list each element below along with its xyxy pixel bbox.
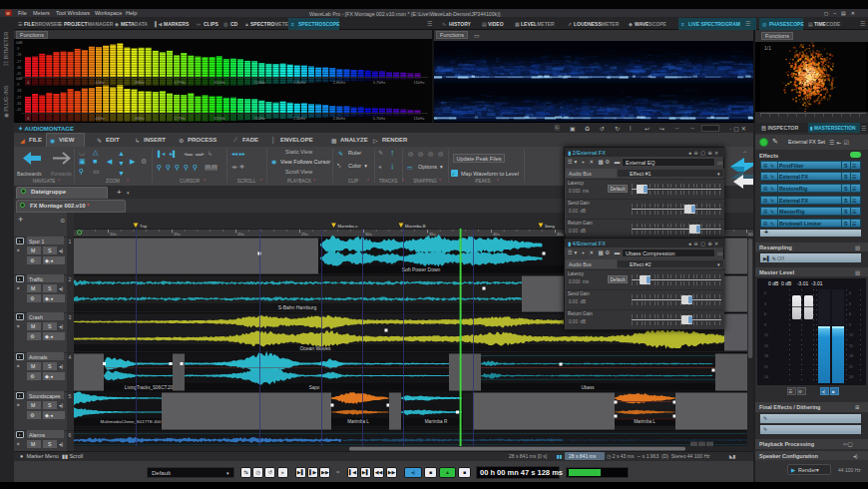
svg-text:2.8kHz: 2.8kHz: [333, 80, 345, 85]
svg-text:10s: 10s: [110, 232, 117, 237]
svg-text:-45: -45: [16, 72, 21, 76]
svg-text:-36: -36: [16, 102, 21, 106]
svg-text:MultimediaChime_S01TTE.400: MultimediaChime_S01TTE.400: [100, 419, 162, 424]
svg-text:710Hz: 710Hz: [253, 80, 265, 85]
svg-text:177Hz: 177Hz: [174, 116, 186, 121]
svg-text:355Hz: 355Hz: [214, 80, 225, 85]
svg-text:30s: 30s: [365, 232, 372, 237]
svg-text:710Hz: 710Hz: [253, 116, 265, 121]
svg-text:-45: -45: [16, 108, 21, 112]
svg-text:11kHz: 11kHz: [413, 116, 424, 121]
svg-text:11kHz: 11kHz: [413, 80, 424, 85]
svg-text:88Hz: 88Hz: [135, 80, 144, 85]
svg-text:40s: 40s: [493, 232, 500, 237]
svg-text:Marimba u: Marimba u: [338, 224, 358, 229]
svg-text:Trip: Trip: [140, 224, 148, 229]
svg-text:44Hz: 44Hz: [95, 80, 104, 85]
svg-text:1/1: 1/1: [764, 45, 771, 51]
svg-text:LivingTracks_S06CT.20: LivingTracks_S06CT.20: [125, 385, 174, 390]
svg-text:1.4kHz: 1.4kHz: [293, 80, 305, 85]
svg-text:25s: 25s: [301, 232, 308, 237]
svg-text:Marimba L: Marimba L: [634, 419, 655, 424]
svg-text:-9: -9: [16, 47, 19, 51]
svg-text:88Hz: 88Hz: [135, 116, 144, 121]
svg-text:177Hz: 177Hz: [174, 80, 186, 85]
svg-text:Marimba-B: Marimba-B: [405, 224, 426, 229]
svg-text:-18: -18: [16, 53, 21, 57]
svg-text:Marimba L: Marimba L: [347, 419, 369, 424]
svg-text:S-Bahn Hamburg: S-Bahn Hamburg: [278, 304, 317, 310]
svg-text:Ocean Waves: Ocean Waves: [299, 345, 331, 351]
svg-text:0dB: 0dB: [16, 77, 23, 81]
svg-text:Sapo: Sapo: [309, 385, 320, 390]
svg-text:Song: Song: [545, 224, 555, 229]
svg-text:35s: 35s: [429, 232, 436, 237]
svg-text:1.4kHz: 1.4kHz: [293, 116, 305, 121]
svg-text:20s: 20s: [237, 232, 244, 237]
svg-text:-18: -18: [16, 89, 21, 93]
svg-text:355Hz: 355Hz: [214, 116, 225, 121]
svg-text:-27: -27: [16, 96, 21, 100]
svg-text:15s: 15s: [174, 232, 181, 237]
svg-text:45s: 45s: [557, 232, 564, 237]
svg-text:-9: -9: [16, 83, 19, 87]
svg-text:5.7kHz: 5.7kHz: [373, 80, 385, 85]
svg-text:-27: -27: [16, 60, 21, 64]
svg-text:2.8kHz: 2.8kHz: [333, 116, 345, 121]
svg-text:Soft Power Down: Soft Power Down: [402, 266, 441, 272]
svg-text:Ubass: Ubass: [581, 385, 595, 390]
svg-text:0dB: 0dB: [16, 41, 23, 45]
svg-text:44Hz: 44Hz: [95, 116, 104, 121]
svg-text:Marimba R: Marimba R: [425, 419, 448, 424]
svg-text:-36: -36: [16, 66, 21, 70]
svg-text:5.7kHz: 5.7kHz: [373, 116, 385, 121]
